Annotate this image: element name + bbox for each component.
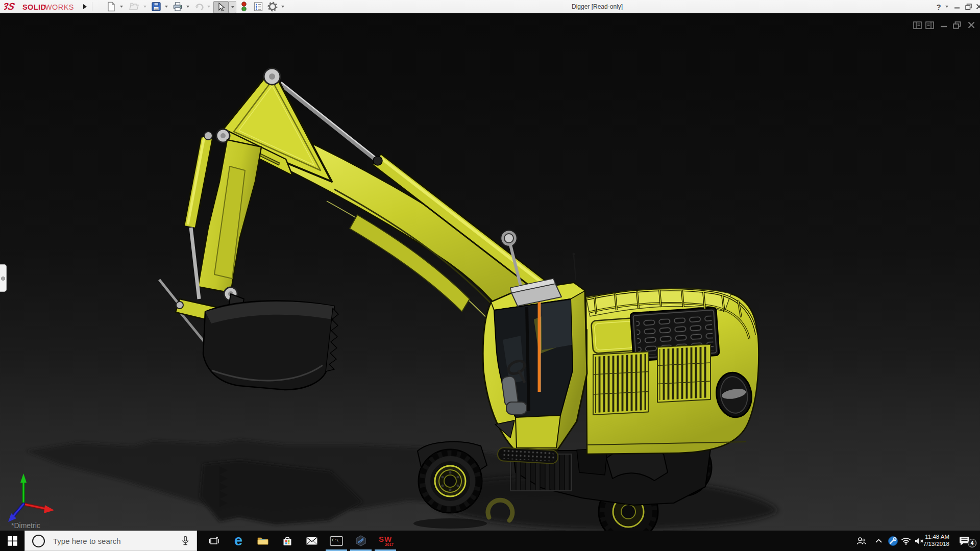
microphone-icon[interactable] [180, 536, 190, 546]
taskbar-store-button[interactable] [275, 531, 300, 551]
toolbar-separator [92, 2, 92, 11]
edge-icon: e [234, 533, 242, 548]
new-document-button[interactable] [105, 1, 117, 13]
taskbar-mail-button[interactable] [300, 531, 324, 551]
select-tool-button[interactable] [213, 1, 229, 13]
engine-body [586, 289, 758, 454]
taskbar-file-explorer-button[interactable] [251, 531, 275, 551]
title-bar: 3S SOLID WORKS Digger [ [0, 0, 980, 14]
roof-hatch [591, 318, 637, 354]
close-button[interactable] [972, 0, 980, 13]
pane-toggle-2-icon[interactable] [924, 19, 935, 31]
view-orientation-label: *Dimetric [11, 521, 40, 530]
tray-clock[interactable]: 11:48 AM 7/13/2018 [919, 531, 949, 551]
print-caret[interactable] [185, 1, 191, 13]
model-viewport[interactable]: *Dimetric [0, 13, 980, 531]
notification-count-badge: 4 [968, 539, 976, 547]
options-caret[interactable] [280, 1, 286, 13]
solidworks-app-icon: SW [379, 535, 392, 543]
save-button[interactable] [150, 1, 162, 13]
microsoft-store-icon [282, 536, 293, 546]
cortana-icon [32, 535, 45, 547]
command-prompt-icon: C:\_ [330, 536, 343, 546]
blue-circle-key-icon [888, 536, 898, 546]
taskbar-solidworks-button[interactable]: SW 2017 [373, 531, 398, 551]
search-placeholder: Type here to search [53, 537, 180, 545]
options-gear-icon[interactable] [266, 1, 279, 13]
pane-toggle-icon[interactable] [912, 19, 923, 31]
print-button[interactable] [172, 1, 184, 13]
windows-taskbar: Type here to search e [0, 531, 980, 551]
hexagon-app-icon [355, 535, 366, 546]
save-caret[interactable] [163, 1, 169, 13]
brand-solid: SOLID [22, 3, 46, 11]
solidworks-logo: 3S SOLID WORKS [4, 1, 81, 12]
open-button[interactable] [128, 1, 141, 13]
tray-show-hidden-icons-button[interactable] [872, 531, 885, 551]
mail-icon [306, 536, 318, 545]
excavator-model-canvas[interactable] [0, 13, 980, 531]
document-restore-button[interactable] [951, 19, 963, 31]
task-view-button[interactable] [202, 531, 226, 551]
brand-works: WORKS [45, 3, 74, 11]
help-caret[interactable] [944, 1, 949, 13]
brand-mark: 3S [4, 1, 16, 12]
wifi-icon [901, 537, 911, 545]
flyout-tab-dot [1, 277, 5, 281]
tray-security-button[interactable] [886, 531, 899, 551]
people-icon [856, 537, 866, 545]
tray-time: 11:48 AM [919, 534, 949, 541]
bucket [203, 294, 338, 390]
rebuild-stoplight-icon[interactable] [239, 1, 249, 13]
file-properties-button[interactable] [252, 1, 264, 13]
undo-caret[interactable] [206, 1, 211, 13]
taskbar-search-input[interactable]: Type here to search [24, 531, 197, 551]
new-document-caret[interactable] [118, 1, 125, 13]
taskbar-command-prompt-button[interactable]: C:\_ [324, 531, 349, 551]
task-view-icon [209, 536, 219, 545]
chevron-up-icon [875, 538, 883, 543]
undo-button[interactable] [193, 1, 206, 13]
tray-wifi-button[interactable] [899, 531, 913, 551]
tray-date: 7/13/2018 [919, 541, 949, 548]
file-explorer-icon [257, 536, 269, 546]
step-grille [497, 447, 558, 464]
document-minimize-button[interactable] [938, 19, 949, 31]
menu-expand-arrow-icon[interactable] [81, 1, 89, 13]
tray-people-button[interactable] [853, 531, 869, 551]
taskbar-edge-button[interactable]: e [226, 531, 251, 551]
window-title: Digger [Read-only] [572, 0, 623, 13]
windows-logo-icon [8, 536, 17, 546]
help-button[interactable]: ? [932, 0, 945, 13]
feature-tree-flyout-tab[interactable] [0, 264, 7, 292]
svg-text:C:\_: C:\_ [332, 538, 341, 542]
open-caret[interactable] [142, 1, 148, 13]
taskbar-hexagon-app-button[interactable] [349, 531, 373, 551]
document-close-button[interactable] [966, 19, 977, 31]
start-button[interactable] [0, 531, 24, 551]
select-tool-caret[interactable] [229, 1, 236, 13]
